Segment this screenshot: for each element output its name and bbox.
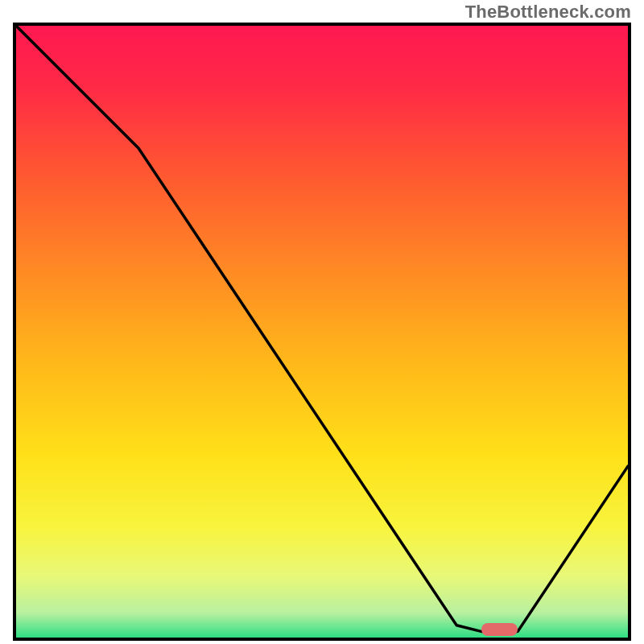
watermark-text: TheBottleneck.com (465, 2, 631, 23)
chart-frame (13, 23, 631, 641)
optimum-marker (481, 623, 518, 636)
chart-curve (16, 26, 628, 638)
